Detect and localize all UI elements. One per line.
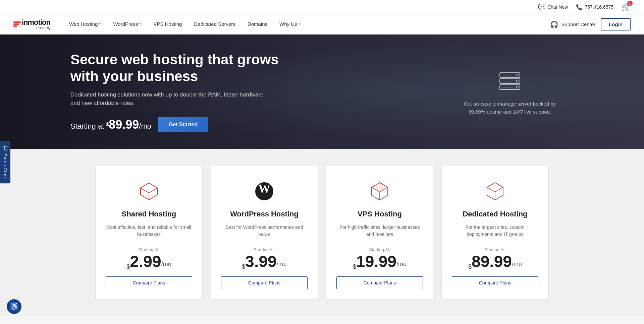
card-starting-wordpress: Starting At:: [254, 247, 275, 252]
card-desc-dedicated: For the largest sites, custom deployment…: [452, 224, 538, 238]
card-title-dedicated: Dedicated Hosting: [463, 210, 527, 218]
svg-point-3: [516, 74, 518, 76]
nav-dedicated-servers[interactable]: Dedicated Servers: [189, 14, 240, 35]
phone-number: 757.416.6575: [585, 4, 613, 10]
phone-icon: 📞: [576, 4, 583, 10]
compare-plans-shared[interactable]: Compare Plans: [106, 276, 192, 289]
price-main-dedicated: 89.99: [472, 254, 512, 270]
support-label: Support Center: [561, 21, 595, 27]
svg-marker-10: [141, 183, 157, 193]
currency-wordpress: $: [242, 264, 245, 270]
wordpress-hosting-icon: W: [254, 180, 274, 203]
card-price-dedicated: $ 89.99 /mo: [468, 254, 522, 270]
chat-icon: 💬: [538, 3, 545, 11]
price-mo-vps: /mo: [396, 261, 407, 270]
cart-wrapper[interactable]: 🛒 1: [622, 3, 631, 11]
starting-text: Starting at: [70, 122, 104, 130]
hero-cta: Starting at $89.99/mo Get Started: [70, 117, 463, 132]
hero-section: Secure web hosting that grows with your …: [0, 35, 644, 149]
nav-wordpress[interactable]: WordPress ▾: [108, 14, 147, 35]
chat-label: Chat Now: [547, 4, 568, 10]
card-title-vps: VPS Hosting: [358, 210, 402, 218]
period: /mo: [139, 122, 151, 130]
card-title-shared: Shared Hosting: [122, 210, 176, 218]
accessibility-button[interactable]: ♿: [7, 299, 21, 314]
hero-price: Starting at $89.99/mo: [70, 118, 151, 132]
card-price-vps: $ 19.99 /mo: [353, 254, 407, 270]
main-nav: inmotion hosting Web Hosting ▾ WordPress…: [0, 14, 644, 35]
card-price-shared: $ 2.99 /mo: [126, 254, 171, 270]
svg-marker-23: [487, 183, 503, 192]
hero-right-panel: Get an easy to manage server backed by 9…: [463, 68, 557, 116]
compare-plans-vps[interactable]: Compare Plans: [336, 276, 423, 289]
hero-right-text: Get an easy to manage server backed by 9…: [463, 100, 557, 116]
card-starting-dedicated: Starting At:: [484, 247, 506, 252]
get-started-button[interactable]: Get Started: [158, 117, 208, 132]
shared-hosting-icon: [139, 180, 159, 203]
hero-content: Secure web hosting that grows with your …: [70, 51, 463, 132]
nav-right: 🎧 Support Center Login: [550, 18, 631, 30]
sales-chat-tab[interactable]: Sales Chat: [0, 141, 10, 184]
price-main-wordpress: 3.99: [245, 254, 276, 270]
cart-badge: 1: [627, 1, 633, 6]
currency-dedicated: $: [468, 264, 472, 270]
compare-plans-wordpress[interactable]: Compare Plans: [221, 276, 308, 289]
server-icon: [496, 68, 523, 94]
svg-line-27: [487, 187, 495, 192]
nav-items: Web Hosting ▾ WordPress ▾ VPS Hosting De…: [64, 14, 550, 35]
card-price-wordpress: $ 3.99 /mo: [242, 254, 286, 270]
nav-domains[interactable]: Domains: [242, 14, 273, 35]
card-title-wordpress: WordPress Hosting: [230, 210, 299, 218]
vps-hosting-icon: [370, 180, 390, 203]
svg-line-28: [495, 187, 503, 192]
price-mo-dedicated: /mo: [512, 261, 522, 270]
logo-link[interactable]: inmotion hosting: [13, 19, 50, 30]
pricing-card-vps: VPS Hosting For high traffic sites, larg…: [326, 166, 433, 300]
phone-link[interactable]: 📞 757.416.6575: [576, 4, 613, 10]
hero-title: Secure web hosting that grows with your …: [70, 51, 285, 85]
price-mo-wordpress: /mo: [277, 261, 287, 270]
pricing-section: Shared Hosting Cost effective, fast, and…: [0, 149, 644, 316]
svg-point-4: [516, 80, 518, 82]
chat-now-link[interactable]: 💬 Chat Now: [538, 3, 568, 11]
sales-chat-label: Sales Chat: [3, 153, 8, 178]
svg-point-5: [516, 86, 518, 88]
card-desc-wordpress: Best for WordPress performance and value: [221, 224, 308, 238]
top-bar: 💬 Chat Now 📞 757.416.6575 🛒 1: [0, 0, 644, 14]
card-desc-vps: For high traffic sites, larger businesse…: [336, 224, 423, 238]
currency-vps: $: [353, 264, 356, 270]
login-button[interactable]: Login: [601, 18, 631, 30]
price-main-shared: 2.99: [130, 254, 161, 270]
card-starting-shared: Starting At:: [138, 247, 160, 252]
logo: inmotion hosting: [13, 19, 50, 30]
price-amount: 89.99: [109, 118, 139, 131]
dedicated-hosting-icon: [485, 180, 505, 203]
currency-shared: $: [126, 264, 130, 270]
nav-why-us[interactable]: Why Us ▾: [274, 14, 306, 35]
chevron-down-icon: ▾: [299, 22, 301, 26]
chevron-down-icon: ▾: [99, 22, 101, 26]
accessibility-icon: ♿: [10, 302, 19, 311]
pricing-card-shared: Shared Hosting Cost effective, fast, and…: [95, 166, 203, 300]
price-mo-shared: /mo: [161, 261, 171, 270]
card-starting-vps: Starting At:: [369, 247, 390, 252]
support-icon: 🎧: [550, 20, 558, 28]
hero-subtitle: Dedicated hosting solutions now with up …: [70, 90, 265, 108]
pricing-card-wordpress: W WordPress Hosting Best for WordPress p…: [211, 166, 318, 300]
support-center-link[interactable]: 🎧 Support Center: [550, 20, 595, 28]
card-desc-shared: Cost effective, fast, and reliable for s…: [106, 224, 192, 238]
nav-web-hosting[interactable]: Web Hosting ▾: [64, 14, 107, 35]
svg-marker-18: [372, 183, 388, 192]
chevron-down-icon: ▾: [139, 22, 141, 26]
svg-text:W: W: [258, 182, 270, 195]
price-main-vps: 19.99: [356, 254, 396, 270]
nav-vps-hosting[interactable]: VPS Hosting: [148, 14, 187, 35]
pricing-card-dedicated: Dedicated Hosting For the largest sites,…: [441, 166, 549, 300]
compare-plans-dedicated[interactable]: Compare Plans: [452, 276, 538, 289]
